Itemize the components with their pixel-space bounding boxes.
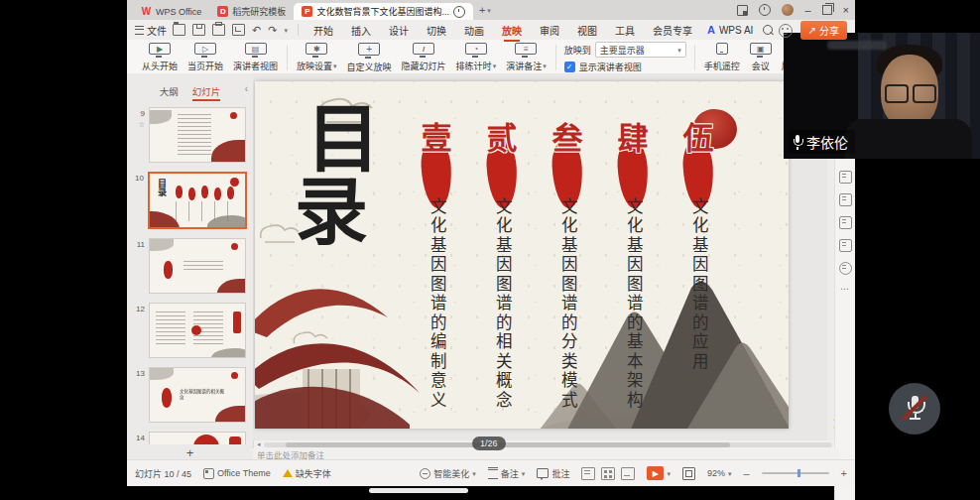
slide-thumbnail-13[interactable]: 文化基因图谱的相关概念 [149, 367, 246, 423]
hide-slide-button[interactable]: 隐藏幻灯片 [397, 43, 451, 72]
slideshow-settings-button[interactable]: 放映设置▾ [292, 43, 342, 72]
monitor-play-outline-icon [194, 43, 216, 55]
participant-shoulders [845, 119, 972, 159]
redo-icon[interactable]: ↷ [268, 25, 277, 36]
zoom-out-button[interactable]: – [743, 468, 749, 479]
menu-item-animation[interactable]: 动画 [464, 23, 484, 38]
slide-number: 13 [136, 369, 145, 378]
minimize-button[interactable]: – [804, 5, 810, 16]
help-icon[interactable] [839, 262, 852, 275]
rehearse-timings-button[interactable]: 排练计时▾ [451, 43, 502, 72]
menu-item-design[interactable]: 设计 [389, 23, 409, 38]
menu-item-tools[interactable]: 工具 [615, 23, 635, 38]
new-tab-button[interactable]: + ▾ [479, 4, 491, 16]
panel-tool-icon[interactable] [839, 171, 852, 184]
open-icon[interactable] [173, 24, 185, 36]
slide-thumbnail-14[interactable] [149, 432, 246, 444]
slide-thumbnail-9[interactable] [149, 107, 246, 163]
theme-icon [203, 468, 214, 479]
missing-font-warning[interactable]: 缺失字体 [283, 467, 331, 480]
mute-toggle-button[interactable] [889, 383, 940, 435]
toc-section-1: 壹 文化基因图谱的编制意义 [415, 123, 458, 411]
horizontal-scrollbar[interactable]: ◂ ▸ [253, 440, 843, 448]
tab-outline[interactable]: 大纲 [160, 84, 179, 98]
notes-toggle[interactable]: 备注 ▾ [488, 467, 526, 480]
menu-item-transitions[interactable]: 切换 [427, 23, 446, 38]
thumb-mountain [149, 110, 172, 124]
share-button[interactable]: ↗ 分享 [800, 21, 847, 40]
chevron-down-icon: ▾ [472, 470, 476, 477]
play-from-current-button[interactable]: 当页开始 [183, 43, 228, 72]
current-slide[interactable]: 目 录 壹 文化基因图谱的编制意义 贰 文化基因图谱的相关概念 叁 [255, 81, 789, 429]
tab-docer-template[interactable]: D 稻壳研究模板 [209, 4, 294, 20]
scroll-thumb[interactable] [286, 442, 730, 447]
notes-toggle-label: 备注 [501, 467, 519, 480]
zoom-level[interactable]: 92% ▾ [707, 468, 732, 478]
normal-view-icon[interactable] [581, 467, 595, 480]
undo-icon[interactable]: ↶ [252, 25, 261, 36]
menu-item-home[interactable]: 开始 [313, 23, 333, 38]
presenter-view-checkbox[interactable]: ✓ [564, 62, 575, 72]
scroll-track[interactable] [264, 442, 833, 447]
search-icon[interactable] [763, 25, 773, 35]
display-select[interactable]: 主要显示器 ▾ [595, 42, 686, 58]
menu-item-member[interactable]: 会员专享 [653, 23, 692, 38]
presenter-view-button[interactable]: 演讲者视图 [228, 43, 283, 72]
theme-indicator[interactable]: Office Theme [203, 468, 271, 479]
menu-item-slideshow[interactable]: 放映 [502, 23, 522, 38]
play-from-start-button[interactable]: 从头开始 [137, 43, 183, 72]
docer-logo-icon: D [217, 6, 228, 17]
section-number: 肆 [618, 123, 649, 154]
save-icon[interactable] [192, 24, 205, 36]
thumb-title-lines [184, 261, 223, 273]
thumb-red-dot [230, 178, 239, 187]
user-avatar[interactable] [782, 4, 794, 16]
hamburger-icon [135, 26, 144, 35]
reading-view-icon[interactable] [621, 467, 635, 480]
output-icon[interactable] [232, 24, 245, 36]
menu-item-wps-ai[interactable]: WPS AI [719, 25, 753, 36]
more-tools-icon[interactable]: ⋯ [840, 285, 850, 294]
toc-section-3: 叁 文化基因图谱的分类模式 [546, 123, 589, 411]
layout-icon[interactable] [737, 5, 748, 16]
zoom-slider[interactable] [762, 472, 829, 474]
history-icon[interactable] [759, 4, 771, 16]
panel-tool-icon[interactable] [839, 216, 852, 229]
chevron-down-icon[interactable]: ▾ [284, 27, 288, 34]
collapse-panel-icon[interactable]: ‹ [245, 83, 248, 94]
start-slideshow-button[interactable]: ▶ [647, 466, 664, 480]
custom-show-button[interactable]: 自定义放映 [342, 43, 397, 72]
menu-item-view[interactable]: 视图 [577, 23, 597, 38]
chevron-down-icon[interactable]: ▾ [667, 470, 671, 477]
button-label: 会议 [752, 60, 770, 72]
print-icon[interactable] [212, 24, 225, 36]
menu-item-review[interactable]: 审阅 [540, 23, 559, 38]
slide-thumbnail-12[interactable] [149, 303, 246, 358]
toc-section-5: 伍 文化基因图谱的应用 [676, 123, 720, 372]
file-menu-button[interactable]: 文件 [135, 23, 167, 38]
tab-slides[interactable]: 幻灯片 [192, 84, 221, 98]
beautify-button[interactable]: 智能美化 ▾ [420, 467, 476, 480]
restore-button[interactable] [822, 5, 832, 15]
slide-thumbnail-10-selected[interactable]: 目录 [148, 172, 247, 229]
fit-to-window-icon[interactable] [682, 467, 695, 480]
panel-tool-icon[interactable] [839, 193, 852, 206]
menu-item-insert[interactable]: 插入 [351, 23, 371, 38]
slide-thumbnail-11[interactable] [149, 238, 246, 294]
zoom-in-button[interactable]: + [841, 468, 847, 479]
thumb-red-dot [231, 243, 238, 250]
close-button[interactable]: × [843, 5, 849, 16]
zoom-slider-thumb[interactable] [797, 469, 800, 477]
slide-sorter-view-icon[interactable] [601, 467, 615, 480]
tab-current-document[interactable]: P 文化数智背景下文化基因图谱构... [294, 3, 473, 20]
phone-remote-button[interactable]: 手机遥控 [699, 43, 745, 72]
speaker-notes-button[interactable]: 演讲备注▾ [501, 43, 551, 72]
tab-wps-home[interactable]: W WPS Office [133, 4, 209, 20]
meeting-button[interactable]: 会议 [745, 43, 777, 72]
comments-toggle[interactable]: 批注 [537, 467, 569, 480]
add-slide-button[interactable]: + [127, 446, 253, 460]
scroll-left-icon[interactable]: ◂ [257, 440, 261, 448]
feedback-smiley-icon[interactable] [779, 24, 793, 38]
panel-tool-icon[interactable] [839, 239, 852, 252]
meeting-video-tile[interactable]: 李依伦 [784, 33, 980, 159]
